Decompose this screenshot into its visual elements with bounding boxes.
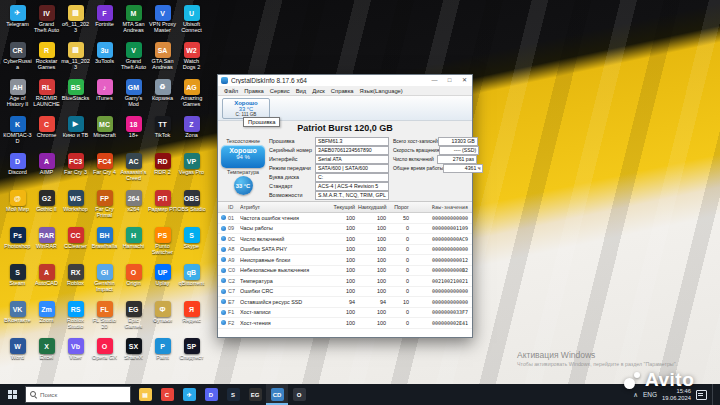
desktop-icon[interactable]: GI Genshin Impact (90, 262, 119, 299)
taskbar-app-button[interactable]: O (288, 384, 310, 405)
desktop-icon[interactable]: PS Punto Switcher (148, 225, 177, 262)
desktop-icon[interactable]: EG Epic Games (119, 299, 148, 336)
desktop-icon[interactable]: O Origin (119, 262, 148, 299)
desktop-icon[interactable]: ▤ об_11_2023 (61, 3, 90, 40)
desktop-icon[interactable]: MC Minecraft (90, 114, 119, 151)
desktop-icon[interactable]: Ps Photoshop (3, 225, 32, 262)
smart-row[interactable]: 09 Часы работы 100 100 0 000000001109 (218, 224, 472, 235)
desktop-icon[interactable]: CC CCleaner (61, 225, 90, 262)
desktop-icon[interactable]: V Grand Theft Auto V (119, 40, 148, 77)
desktop-icon[interactable]: W2 Watch Dogs 2 (177, 40, 206, 77)
desktop-icon[interactable]: R Rockstar Games (32, 40, 61, 77)
desktop-icon[interactable]: BH Brawlhalla (90, 225, 119, 262)
smart-row[interactable]: A8 Ошибки SATA PHY 100 100 0 00000000000… (218, 245, 472, 256)
desktop-icon[interactable]: RAR WinRAR (32, 225, 61, 262)
desktop-icon[interactable]: AC Assassin's Creed (119, 151, 148, 188)
desktop-icon[interactable]: VK ВКонтакте (3, 299, 32, 336)
taskbar-app-button[interactable]: C (156, 384, 178, 405)
desktop-icon[interactable]: WS Workshop (61, 188, 90, 225)
desktop-icon[interactable]: A AutoCAD (32, 262, 61, 299)
smart-row[interactable]: A9 Неисправные блоки 100 100 0 000000000… (218, 255, 472, 266)
desktop-icon[interactable]: TT TikTok (148, 114, 177, 151)
smart-row[interactable]: C7 Ошибки CRC 100 100 0 000000000000 (218, 287, 472, 298)
window-control-button[interactable]: ✕ (457, 75, 472, 86)
taskbar-app-button[interactable]: ▤ (134, 384, 156, 405)
taskbar-app-button[interactable]: ✈ (178, 384, 200, 405)
desktop-icon[interactable]: @ Мой Мир (3, 188, 32, 225)
desktop-icon[interactable]: F Fortnite (90, 3, 119, 40)
smart-row[interactable]: 0C Число включений 100 100 0 000000000AC… (218, 234, 472, 245)
desktop-icon[interactable]: BS BlueStacks (61, 77, 90, 114)
disk-chip[interactable]: Хорошо 33 °C C: 111 GB (222, 98, 270, 119)
clock[interactable]: 15:46 19.06.2024 (662, 388, 691, 402)
desktop-icon[interactable]: P Paint (148, 336, 177, 373)
desktop-icon[interactable]: X Excel (32, 336, 61, 373)
desktop-icon[interactable]: RD RDR 2 (148, 151, 177, 188)
desktop-icon[interactable]: ▶ Кино и ТВ (61, 114, 90, 151)
desktop-icon[interactable]: ♻ Корзина (148, 77, 177, 114)
window-titlebar[interactable]: CrystalDiskInfo 8.17.6 x64 —□✕ (218, 75, 472, 86)
desktop-icon[interactable]: C Chrome (32, 114, 61, 151)
start-button[interactable] (0, 384, 25, 405)
desktop-icon[interactable]: W Word (3, 336, 32, 373)
desktop-icon[interactable]: ✈ Telegram (3, 3, 32, 40)
desktop-icon[interactable]: UP Uplay (148, 262, 177, 299)
desktop-icon[interactable]: FP Far Cry Primal (90, 188, 119, 225)
desktop-icon[interactable]: 3u 3uTools (90, 40, 119, 77)
taskbar-app-button[interactable]: S (222, 384, 244, 405)
desktop-icon[interactable]: Zm Zoom (32, 299, 61, 336)
desktop-icon[interactable]: O Opera GX (90, 336, 119, 373)
desktop-icon[interactable]: S Skype (177, 225, 206, 262)
smart-row[interactable]: E7 Оставшийся ресурс SSD 94 94 10 000000… (218, 297, 472, 308)
desktop-icon[interactable]: ♪ iTunes (90, 77, 119, 114)
desktop-icon[interactable]: RL RADMIR LAUNCHER (32, 77, 61, 114)
smart-row[interactable]: C0 Небезопасные выключения 100 100 0 000… (218, 266, 472, 277)
taskbar-app-button[interactable]: CD (266, 384, 288, 405)
smart-row[interactable]: 01 Частота ошибок чтения 100 100 50 0000… (218, 213, 472, 224)
smart-row[interactable]: F1 Хост-записи 100 100 0 0000000033F7 (218, 308, 472, 319)
menu-item[interactable]: Вид (293, 88, 310, 94)
desktop-icon[interactable]: SX ShareX (119, 336, 148, 373)
desktop-icon[interactable]: GM Garry's Mod (119, 77, 148, 114)
desktop-icon[interactable]: G2 Gothic II (32, 188, 61, 225)
taskbar-app-button[interactable]: D (200, 384, 222, 405)
desktop-icon[interactable]: VP Vegas Pro (177, 151, 206, 188)
menu-item[interactable]: Справка (328, 88, 357, 94)
show-desktop-button[interactable] (712, 384, 717, 405)
desktop-icon[interactable]: OBS OBS Studio (177, 188, 206, 225)
menu-item[interactable]: Диск (309, 88, 328, 94)
desktop-icon[interactable]: CR CyberRussia (3, 40, 32, 77)
health-status-button[interactable]: Хорошо 94 % (221, 145, 265, 168)
desktop-icon[interactable]: Z Zona (177, 114, 206, 151)
desktop-icon[interactable]: RS Roblox Studio (61, 299, 90, 336)
language-indicator[interactable]: ENG (643, 391, 657, 398)
desktop-icon[interactable]: FL FL Studio 20 (90, 299, 119, 336)
smart-row[interactable]: C2 Температура 100 100 0 002100210021 (218, 276, 472, 287)
desktop-icon[interactable]: 18 18+ (119, 114, 148, 151)
hidden-icons-chevron[interactable]: ∧ (633, 391, 638, 399)
desktop-icon[interactable]: RX Roblox (61, 262, 90, 299)
desktop-icon[interactable]: K КОМПАС-3D (3, 114, 32, 151)
desktop-icon[interactable]: V VPN Proxy Master (148, 3, 177, 40)
menu-item[interactable]: Сервис (267, 88, 293, 94)
smart-row[interactable]: F2 Хост-чтения 100 100 0 000000002E41 (218, 318, 472, 329)
desktop-icon[interactable]: A AIMP (32, 151, 61, 188)
desktop-icon[interactable]: Ф Футажи (148, 299, 177, 336)
window-control-button[interactable]: — (427, 75, 442, 86)
desktop-icon[interactable]: SP Спидтест (177, 336, 206, 373)
desktop-icon[interactable]: FC4 Far Cry 4 (90, 151, 119, 188)
desktop-icon[interactable]: РП Радмир РП (148, 188, 177, 225)
desktop-icon[interactable]: D Discord (3, 151, 32, 188)
menu-item[interactable]: Файл (221, 88, 241, 94)
desktop-icon[interactable]: qB qBittorrent (177, 262, 206, 299)
window-control-button[interactable]: □ (442, 75, 457, 86)
desktop-icon[interactable]: M MTA San Andreas 1.6 (119, 3, 148, 40)
taskbar-search[interactable]: Поиск (25, 386, 131, 403)
taskbar-app-button[interactable]: EG (244, 384, 266, 405)
desktop-icon[interactable]: S Steam (3, 262, 32, 299)
desktop-icon[interactable]: AH Age of History II (3, 77, 32, 114)
desktop-icon[interactable]: H Hamachi (119, 225, 148, 262)
temperature-badge[interactable]: 33 °C (234, 176, 253, 195)
desktop-icon[interactable]: Я Яндекс (177, 299, 206, 336)
desktop-icon[interactable]: ▤ ma_11_2023 (61, 40, 90, 77)
